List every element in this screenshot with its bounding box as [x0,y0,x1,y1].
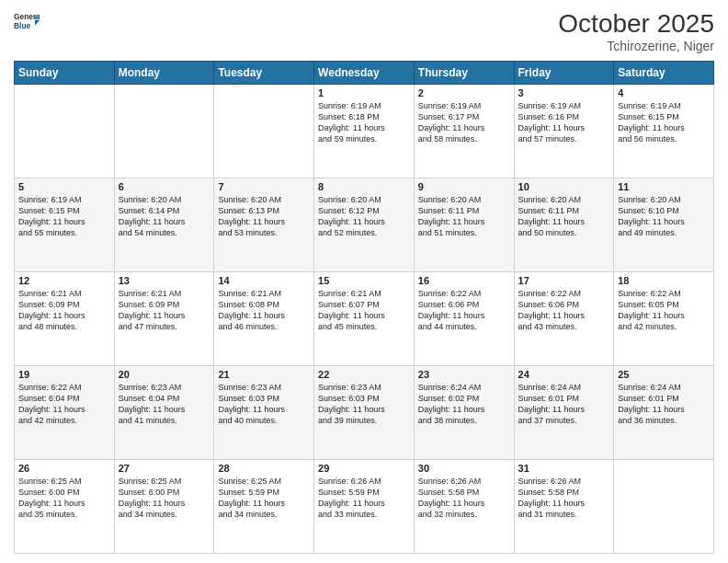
day-number: 6 [119,181,210,192]
calendar-cell: 28Sunrise: 6:25 AM Sunset: 5:59 PM Dayli… [214,460,314,554]
logo: General Blue [14,9,40,35]
calendar-cell: 31Sunrise: 6:26 AM Sunset: 5:58 PM Dayli… [514,460,614,554]
calendar-cell: 8Sunrise: 6:20 AM Sunset: 6:12 PM Daylig… [314,178,415,272]
calendar-cell: 11Sunrise: 6:20 AM Sunset: 6:10 PM Dayli… [614,178,714,272]
day-number: 5 [18,181,110,192]
day-info: Sunrise: 6:24 AM Sunset: 6:02 PM Dayligh… [418,382,510,427]
calendar-week-row: 5Sunrise: 6:19 AM Sunset: 6:15 PM Daylig… [15,178,714,272]
day-number: 22 [318,369,410,380]
calendar-cell: 24Sunrise: 6:24 AM Sunset: 6:01 PM Dayli… [514,366,614,460]
day-info: Sunrise: 6:25 AM Sunset: 6:00 PM Dayligh… [119,476,210,521]
calendar-cell: 13Sunrise: 6:21 AM Sunset: 6:09 PM Dayli… [114,272,214,366]
day-number: 4 [618,87,710,98]
calendar-week-row: 12Sunrise: 6:21 AM Sunset: 6:09 PM Dayli… [15,272,714,366]
day-info: Sunrise: 6:20 AM Sunset: 6:12 PM Dayligh… [318,194,410,239]
calendar-cell: 7Sunrise: 6:20 AM Sunset: 6:13 PM Daylig… [214,178,314,272]
day-number: 26 [18,463,110,474]
logo-icon: General Blue [14,9,40,35]
day-info: Sunrise: 6:21 AM Sunset: 6:07 PM Dayligh… [318,288,410,333]
day-number: 19 [18,369,110,380]
calendar-day-header: Wednesday [314,62,415,85]
calendar-cell: 2Sunrise: 6:19 AM Sunset: 6:17 PM Daylig… [414,85,514,178]
calendar-cell: 27Sunrise: 6:25 AM Sunset: 6:00 PM Dayli… [114,460,214,554]
calendar-cell: 30Sunrise: 6:26 AM Sunset: 5:58 PM Dayli… [414,460,514,554]
calendar-day-header: Friday [514,62,614,85]
calendar-cell: 6Sunrise: 6:20 AM Sunset: 6:14 PM Daylig… [114,178,214,272]
calendar-cell: 23Sunrise: 6:24 AM Sunset: 6:02 PM Dayli… [414,366,514,460]
calendar-cell: 21Sunrise: 6:23 AM Sunset: 6:03 PM Dayli… [214,366,314,460]
calendar-cell: 10Sunrise: 6:20 AM Sunset: 6:11 PM Dayli… [514,178,614,272]
day-number: 17 [518,275,610,286]
calendar-cell: 20Sunrise: 6:23 AM Sunset: 6:04 PM Dayli… [114,366,214,460]
day-number: 10 [518,181,610,192]
calendar-cell: 29Sunrise: 6:26 AM Sunset: 5:59 PM Dayli… [314,460,415,554]
calendar-body: 1Sunrise: 6:19 AM Sunset: 6:18 PM Daylig… [15,85,714,554]
day-number: 3 [518,87,610,98]
day-info: Sunrise: 6:26 AM Sunset: 5:58 PM Dayligh… [518,476,610,521]
day-number: 7 [218,181,310,192]
calendar-cell: 5Sunrise: 6:19 AM Sunset: 6:15 PM Daylig… [15,178,115,272]
day-number: 12 [18,275,110,286]
day-info: Sunrise: 6:19 AM Sunset: 6:16 PM Dayligh… [518,100,610,145]
day-number: 28 [218,463,310,474]
day-info: Sunrise: 6:20 AM Sunset: 6:13 PM Dayligh… [218,194,310,239]
day-number: 23 [418,369,510,380]
calendar-day-header: Tuesday [214,62,314,85]
calendar-table: SundayMondayTuesdayWednesdayThursdayFrid… [14,61,714,554]
calendar-cell: 22Sunrise: 6:23 AM Sunset: 6:03 PM Dayli… [314,366,415,460]
day-info: Sunrise: 6:20 AM Sunset: 6:11 PM Dayligh… [418,194,510,239]
day-number: 14 [218,275,310,286]
calendar-week-row: 1Sunrise: 6:19 AM Sunset: 6:18 PM Daylig… [15,85,714,178]
day-info: Sunrise: 6:19 AM Sunset: 6:15 PM Dayligh… [18,194,110,239]
calendar-week-row: 19Sunrise: 6:22 AM Sunset: 6:04 PM Dayli… [15,366,714,460]
day-number: 31 [518,463,610,474]
day-info: Sunrise: 6:20 AM Sunset: 6:11 PM Dayligh… [518,194,610,239]
title-block: October 2025 Tchirozerine, Niger [558,9,714,53]
day-number: 1 [318,87,410,98]
day-info: Sunrise: 6:22 AM Sunset: 6:05 PM Dayligh… [618,288,710,333]
day-number: 30 [418,463,510,474]
calendar-week-row: 26Sunrise: 6:25 AM Sunset: 6:00 PM Dayli… [15,460,714,554]
day-number: 27 [119,463,210,474]
calendar-cell: 4Sunrise: 6:19 AM Sunset: 6:15 PM Daylig… [614,85,714,178]
calendar-cell: 26Sunrise: 6:25 AM Sunset: 6:00 PM Dayli… [15,460,115,554]
calendar-cell [614,460,714,554]
day-number: 18 [618,275,710,286]
calendar-cell: 1Sunrise: 6:19 AM Sunset: 6:18 PM Daylig… [314,85,415,178]
day-info: Sunrise: 6:20 AM Sunset: 6:14 PM Dayligh… [119,194,210,239]
day-info: Sunrise: 6:19 AM Sunset: 6:18 PM Dayligh… [318,100,410,145]
day-info: Sunrise: 6:21 AM Sunset: 6:08 PM Dayligh… [218,288,310,333]
calendar-day-header: Thursday [414,62,514,85]
calendar-header-row: SundayMondayTuesdayWednesdayThursdayFrid… [15,62,714,85]
day-info: Sunrise: 6:24 AM Sunset: 6:01 PM Dayligh… [618,382,710,427]
calendar-day-header: Saturday [614,62,714,85]
calendar-title: October 2025 [558,9,714,39]
calendar-cell [214,85,314,178]
calendar-cell: 15Sunrise: 6:21 AM Sunset: 6:07 PM Dayli… [314,272,415,366]
calendar-cell: 12Sunrise: 6:21 AM Sunset: 6:09 PM Dayli… [15,272,115,366]
calendar-cell: 9Sunrise: 6:20 AM Sunset: 6:11 PM Daylig… [414,178,514,272]
day-number: 21 [218,369,310,380]
day-info: Sunrise: 6:25 AM Sunset: 5:59 PM Dayligh… [218,476,310,521]
day-number: 2 [418,87,510,98]
calendar-subtitle: Tchirozerine, Niger [558,39,714,53]
calendar-cell: 14Sunrise: 6:21 AM Sunset: 6:08 PM Dayli… [214,272,314,366]
calendar-cell: 18Sunrise: 6:22 AM Sunset: 6:05 PM Dayli… [614,272,714,366]
day-info: Sunrise: 6:26 AM Sunset: 5:59 PM Dayligh… [318,476,410,521]
day-info: Sunrise: 6:23 AM Sunset: 6:03 PM Dayligh… [318,382,410,427]
day-info: Sunrise: 6:23 AM Sunset: 6:04 PM Dayligh… [119,382,210,427]
calendar-cell: 17Sunrise: 6:22 AM Sunset: 6:06 PM Dayli… [514,272,614,366]
svg-marker-3 [35,20,40,26]
day-number: 24 [518,369,610,380]
day-info: Sunrise: 6:22 AM Sunset: 6:04 PM Dayligh… [18,382,110,427]
day-info: Sunrise: 6:24 AM Sunset: 6:01 PM Dayligh… [518,382,610,427]
day-number: 9 [418,181,510,192]
day-number: 8 [318,181,410,192]
day-info: Sunrise: 6:23 AM Sunset: 6:03 PM Dayligh… [218,382,310,427]
calendar-cell: 3Sunrise: 6:19 AM Sunset: 6:16 PM Daylig… [514,85,614,178]
day-info: Sunrise: 6:25 AM Sunset: 6:00 PM Dayligh… [18,476,110,521]
day-info: Sunrise: 6:22 AM Sunset: 6:06 PM Dayligh… [518,288,610,333]
day-number: 29 [318,463,410,474]
day-number: 11 [618,181,710,192]
calendar-cell: 25Sunrise: 6:24 AM Sunset: 6:01 PM Dayli… [614,366,714,460]
